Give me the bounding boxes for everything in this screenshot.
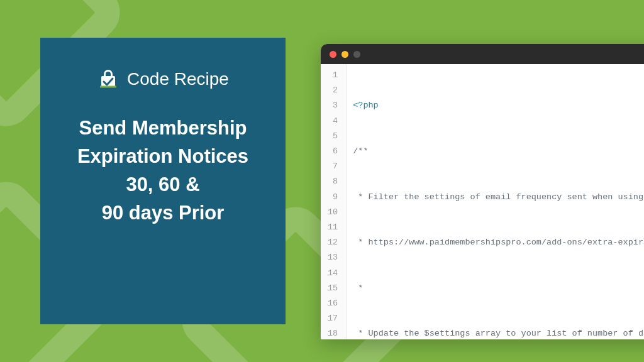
- line-number: 12: [325, 235, 341, 250]
- maximize-icon[interactable]: [353, 51, 360, 58]
- code-line: /**: [353, 144, 644, 159]
- window-titlebar: [321, 44, 644, 64]
- code-editor-window: 123456789101112131415161718 <?php /** * …: [321, 44, 644, 339]
- line-number: 2: [325, 83, 341, 98]
- code-line: * https://www.paidmembershipspro.com/add…: [353, 235, 644, 250]
- title-line: 90 days Prior: [77, 199, 248, 228]
- title-card: Code Recipe Send Membership Expiration N…: [40, 38, 286, 324]
- line-number: 16: [325, 296, 341, 311]
- title-line: 30, 60 &: [77, 171, 248, 199]
- card-title: Send Membership Expiration Notices 30, 6…: [77, 114, 248, 228]
- code-line: * Update the $settings array to your lis…: [353, 326, 644, 339]
- lock-check-icon: [97, 68, 119, 90]
- minimize-icon[interactable]: [341, 51, 348, 58]
- line-number: 5: [325, 129, 341, 144]
- logo: Code Recipe: [97, 68, 229, 90]
- code-line: *: [353, 281, 644, 296]
- line-number: 1: [325, 68, 341, 83]
- line-number: 18: [325, 326, 341, 339]
- line-number: 15: [325, 281, 341, 296]
- line-number: 13: [325, 250, 341, 265]
- code-lines: <?php /** * Filter the settings of email…: [347, 64, 644, 339]
- code-line: * Filter the settings of email frequency…: [353, 190, 644, 205]
- line-number-gutter: 123456789101112131415161718: [321, 64, 347, 339]
- close-icon[interactable]: [330, 51, 336, 58]
- line-number: 6: [325, 144, 341, 159]
- line-number: 17: [325, 311, 341, 326]
- logo-text: Code Recipe: [127, 69, 229, 89]
- line-number: 3: [325, 98, 341, 113]
- line-number: 7: [325, 159, 341, 174]
- line-number: 9: [325, 190, 341, 205]
- line-number: 8: [325, 174, 341, 189]
- line-number: 14: [325, 266, 341, 281]
- line-number: 11: [325, 220, 341, 235]
- title-line: Expiration Notices: [77, 143, 248, 171]
- line-number: 4: [325, 114, 341, 129]
- code-line: <?php: [353, 98, 644, 113]
- title-line: Send Membership: [77, 114, 248, 143]
- line-number: 10: [325, 205, 341, 220]
- code-body: 123456789101112131415161718 <?php /** * …: [321, 64, 644, 339]
